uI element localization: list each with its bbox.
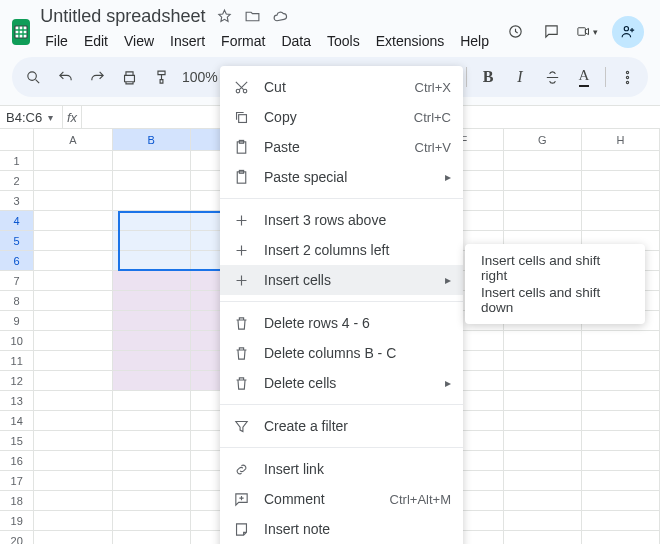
cell[interactable] (504, 491, 582, 511)
cell[interactable] (34, 511, 112, 531)
cell[interactable] (34, 331, 112, 351)
undo-icon[interactable] (54, 66, 76, 88)
menu-cut[interactable]: CutCtrl+X (220, 72, 463, 102)
row-header[interactable]: 8 (0, 291, 34, 311)
menu-insert-cols[interactable]: Insert 2 columns left (220, 235, 463, 265)
menu-format[interactable]: Format (214, 29, 272, 53)
cell[interactable] (504, 371, 582, 391)
menu-copy[interactable]: CopyCtrl+C (220, 102, 463, 132)
row-header[interactable]: 16 (0, 451, 34, 471)
cell[interactable] (582, 211, 660, 231)
menu-view[interactable]: View (117, 29, 161, 53)
cell[interactable] (504, 531, 582, 544)
menu-edit[interactable]: Edit (77, 29, 115, 53)
cell[interactable] (34, 291, 112, 311)
cell[interactable] (582, 191, 660, 211)
bold-icon[interactable]: B (477, 66, 499, 88)
menu-tools[interactable]: Tools (320, 29, 367, 53)
cell[interactable] (504, 391, 582, 411)
cell[interactable] (582, 151, 660, 171)
menu-file[interactable]: File (38, 29, 75, 53)
cell[interactable] (504, 411, 582, 431)
share-button[interactable] (612, 16, 644, 48)
menu-create-filter[interactable]: Create a filter (220, 411, 463, 441)
row-header[interactable]: 12 (0, 371, 34, 391)
italic-icon[interactable]: I (509, 66, 531, 88)
cell[interactable] (113, 251, 191, 271)
row-header[interactable]: 2 (0, 171, 34, 191)
cell[interactable] (504, 451, 582, 471)
cell[interactable] (582, 331, 660, 351)
cell[interactable] (113, 511, 191, 531)
doc-title[interactable]: Untitled spreadsheet (40, 6, 205, 27)
name-box[interactable]: B4:C6▾ (0, 110, 62, 125)
row-header[interactable]: 7 (0, 271, 34, 291)
text-color-icon[interactable]: A (573, 66, 595, 88)
cell[interactable] (582, 451, 660, 471)
cell[interactable] (504, 511, 582, 531)
star-icon[interactable] (215, 8, 233, 26)
comment-icon[interactable] (540, 21, 562, 43)
cloud-icon[interactable] (271, 8, 289, 26)
cell[interactable] (582, 531, 660, 544)
menu-insert[interactable]: Insert (163, 29, 212, 53)
cell[interactable] (34, 251, 112, 271)
meet-icon[interactable]: ▾ (576, 21, 598, 43)
cell[interactable] (34, 351, 112, 371)
cell[interactable] (113, 371, 191, 391)
row-header[interactable]: 11 (0, 351, 34, 371)
row-header[interactable]: 13 (0, 391, 34, 411)
cell[interactable] (113, 151, 191, 171)
cell[interactable] (113, 491, 191, 511)
submenu-shift-down[interactable]: Insert cells and shift down (465, 284, 645, 316)
search-icon[interactable] (22, 66, 44, 88)
print-icon[interactable] (118, 66, 140, 88)
menu-help[interactable]: Help (453, 29, 496, 53)
sheets-logo[interactable] (12, 19, 30, 45)
row-header[interactable]: 3 (0, 191, 34, 211)
cell[interactable] (504, 351, 582, 371)
cell[interactable] (113, 411, 191, 431)
cell[interactable] (34, 491, 112, 511)
cell[interactable] (113, 431, 191, 451)
cell[interactable] (34, 211, 112, 231)
redo-icon[interactable] (86, 66, 108, 88)
cell[interactable] (113, 291, 191, 311)
col-header-B[interactable]: B (113, 129, 191, 151)
menu-delete-rows[interactable]: Delete rows 4 - 6 (220, 308, 463, 338)
menu-comment[interactable]: CommentCtrl+Alt+M (220, 484, 463, 514)
cell[interactable] (34, 311, 112, 331)
col-header-A[interactable]: A (34, 129, 112, 151)
menu-paste[interactable]: PasteCtrl+V (220, 132, 463, 162)
cell[interactable] (113, 391, 191, 411)
row-header[interactable]: 4 (0, 211, 34, 231)
menu-insert-link[interactable]: Insert link (220, 454, 463, 484)
cell[interactable] (582, 431, 660, 451)
cell[interactable] (34, 151, 112, 171)
menu-paste-special[interactable]: Paste special▸ (220, 162, 463, 192)
submenu-shift-right[interactable]: Insert cells and shift right (465, 252, 645, 284)
menu-delete-cells[interactable]: Delete cells▸ (220, 368, 463, 398)
cell[interactable] (113, 211, 191, 231)
cell[interactable] (582, 471, 660, 491)
cell[interactable] (504, 171, 582, 191)
col-header-G[interactable]: G (504, 129, 582, 151)
strike-icon[interactable] (541, 66, 563, 88)
menu-data[interactable]: Data (274, 29, 318, 53)
move-icon[interactable] (243, 8, 261, 26)
cell[interactable] (34, 471, 112, 491)
cell[interactable] (582, 411, 660, 431)
more-icon[interactable] (616, 66, 638, 88)
row-header[interactable]: 15 (0, 431, 34, 451)
row-header[interactable]: 17 (0, 471, 34, 491)
cell[interactable] (113, 271, 191, 291)
cell[interactable] (582, 171, 660, 191)
row-header[interactable]: 6 (0, 251, 34, 271)
cell[interactable] (113, 231, 191, 251)
cell[interactable] (34, 171, 112, 191)
cell[interactable] (582, 491, 660, 511)
cell[interactable] (34, 431, 112, 451)
cell[interactable] (504, 151, 582, 171)
row-header[interactable]: 14 (0, 411, 34, 431)
menu-insert-note[interactable]: Insert note (220, 514, 463, 544)
